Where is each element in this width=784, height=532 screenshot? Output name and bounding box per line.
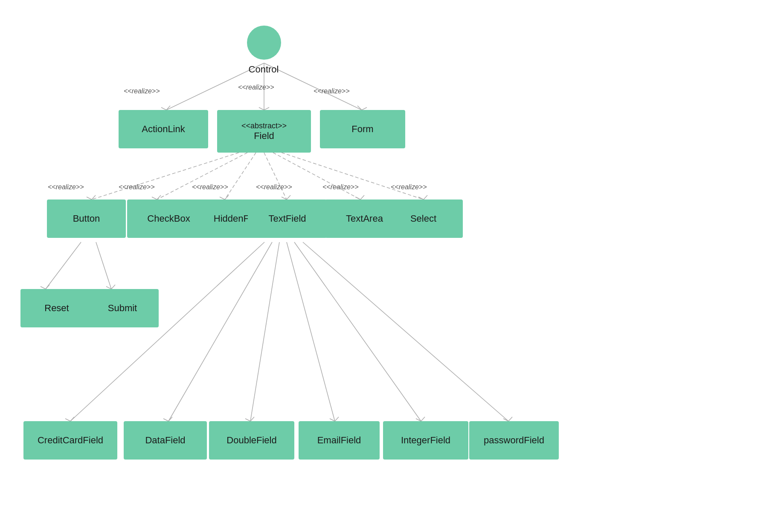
svg-line-5 <box>225 153 256 200</box>
actionlink-node: ActionLink <box>119 110 208 148</box>
svg-line-8 <box>282 153 424 200</box>
control-label: Control <box>238 64 289 75</box>
svg-line-13 <box>250 242 279 421</box>
realize-label-3: <<realize>> <box>314 87 350 95</box>
form-node: Form <box>320 110 405 148</box>
select-node: Select <box>384 200 463 238</box>
actionlink-label: ActionLink <box>142 124 185 135</box>
button-node: Button <box>47 200 126 238</box>
realize-label-9: <<realize>> <box>391 183 427 191</box>
realize-label-2: <<realize>> <box>238 84 274 91</box>
realize-label-7: <<realize>> <box>256 183 292 191</box>
form-label: Form <box>351 124 373 135</box>
svg-line-15 <box>294 242 421 421</box>
textfield-node: TextField <box>248 200 327 238</box>
realize-label-1: <<realize>> <box>124 87 160 95</box>
button-label: Button <box>73 213 100 224</box>
svg-line-11 <box>70 242 264 421</box>
svg-line-6 <box>264 153 287 200</box>
field-abstract-label: <<abstract>> <box>241 121 287 130</box>
submit-label: Submit <box>108 303 137 314</box>
reset-node: Reset <box>20 289 93 327</box>
passwordfield-label: passwordField <box>484 435 544 446</box>
field-label: Field <box>254 130 274 142</box>
emailfield-label: EmailField <box>317 435 361 446</box>
svg-line-14 <box>287 242 335 421</box>
emailfield-node: EmailField <box>299 421 380 460</box>
doublefield-node: DoubleField <box>209 421 294 460</box>
reset-label: Reset <box>44 303 69 314</box>
integerfield-label: IntegerField <box>401 435 450 446</box>
svg-line-10 <box>96 242 111 289</box>
doublefield-label: DoubleField <box>226 435 276 446</box>
svg-line-9 <box>46 242 81 289</box>
svg-line-16 <box>303 242 508 421</box>
field-node: <<abstract>> Field <box>217 110 311 153</box>
datafield-node: DataField <box>124 421 207 460</box>
realize-label-8: <<realize>> <box>322 183 359 191</box>
control-circle-node <box>247 26 281 60</box>
svg-line-4 <box>157 153 247 200</box>
svg-line-3 <box>92 153 239 200</box>
realize-label-4: <<realize>> <box>48 183 84 191</box>
passwordfield-node: passwordField <box>469 421 559 460</box>
realize-label-6: <<realize>> <box>192 183 228 191</box>
checkbox-label: CheckBox <box>147 213 190 224</box>
uml-diagram: Control <<realize>> <<realize>> <<realiz… <box>0 0 784 532</box>
textfield-label: TextField <box>268 213 306 224</box>
integerfield-node: IntegerField <box>383 421 468 460</box>
datafield-label: DataField <box>145 435 185 446</box>
textarea-label: TextArea <box>346 213 383 224</box>
svg-line-7 <box>273 153 360 200</box>
creditcardfield-node: CreditCardField <box>23 421 117 460</box>
submit-node: Submit <box>86 289 159 327</box>
realize-label-5: <<realize>> <box>119 183 155 191</box>
svg-line-12 <box>168 242 272 421</box>
creditcardfield-label: CreditCardField <box>38 435 103 446</box>
select-label: Select <box>410 213 436 224</box>
